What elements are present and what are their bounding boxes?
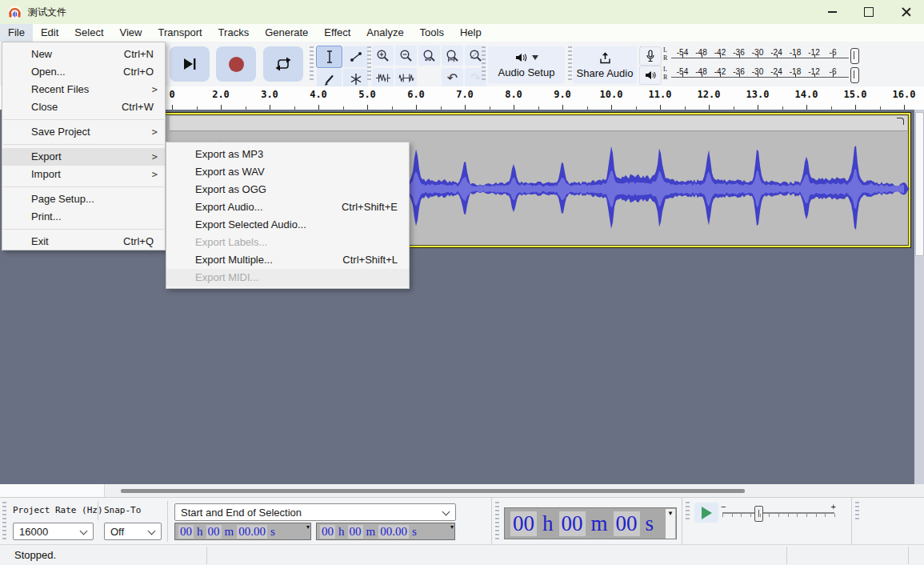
- project-rate-combo[interactable]: 16000: [13, 523, 94, 540]
- menu-item-export-multiple[interactable]: Export Multiple...Ctrl+Shift+L: [166, 251, 409, 269]
- file-menu: NewCtrl+NOpen...Ctrl+ORecent Files>Close…: [2, 42, 166, 250]
- menu-item-export-as-mp3[interactable]: Export as MP3: [166, 146, 409, 163]
- close-icon: [901, 7, 910, 17]
- dropdown-triangle-icon[interactable]: [666, 509, 675, 539]
- recording-meter[interactable]: LR-54-48-42-36-30-24-18-12-6: [639, 46, 871, 65]
- menu-item-export-as-wav[interactable]: Export as WAV: [166, 163, 409, 181]
- menu-item-exit[interactable]: ExitCtrl+Q: [2, 233, 165, 250]
- fit-project-icon: [446, 49, 460, 63]
- minimize-button[interactable]: [814, 0, 850, 24]
- toolbar-grip[interactable]: [855, 502, 859, 521]
- undo-button[interactable]: ↶: [442, 68, 463, 88]
- vertical-scrollbar-thumb[interactable]: [915, 112, 924, 256]
- menubar-item-tools[interactable]: Tools: [412, 24, 452, 42]
- time-unit: s: [412, 525, 417, 539]
- menu-item-save-project[interactable]: Save Project>: [2, 123, 165, 141]
- menubar-item-file[interactable]: File: [0, 24, 33, 42]
- selection-start-time[interactable]: 00h00m00.00s: [174, 523, 311, 540]
- chevron-down-icon: [148, 527, 156, 535]
- ruler-label: 12.0: [691, 89, 726, 100]
- share-audio-button[interactable]: Share Audio: [573, 46, 637, 84]
- ruler-label: 3.0: [252, 89, 287, 100]
- menubar-item-view[interactable]: View: [112, 24, 150, 42]
- menu-item-export-as-ogg[interactable]: Export as OGG: [166, 181, 409, 198]
- mic-icon[interactable]: [639, 46, 662, 66]
- clip-indicator[interactable]: [850, 48, 859, 64]
- ruler-label: 13.0: [740, 89, 775, 100]
- close-button[interactable]: [887, 0, 924, 24]
- meter-tick: [814, 54, 815, 58]
- fit-selection-button[interactable]: [418, 46, 440, 66]
- loop-button[interactable]: [263, 46, 303, 82]
- play-speed-grip[interactable]: [686, 502, 690, 521]
- menu-item-import[interactable]: Import>: [2, 166, 165, 183]
- zoom-out-button[interactable]: [395, 46, 417, 66]
- menu-item-recent-files[interactable]: Recent Files>: [2, 81, 165, 98]
- menu-item-print[interactable]: Print...: [2, 208, 165, 226]
- record-button[interactable]: [216, 46, 256, 82]
- menubar-item-transport[interactable]: Transport: [150, 24, 210, 42]
- zoom-in-button[interactable]: [372, 46, 394, 66]
- menu-item-export-audio[interactable]: Export Audio...Ctrl+Shift+E: [166, 198, 409, 216]
- selection-toolbar-grip[interactable]: [2, 502, 6, 542]
- ruler-label: 2.0: [203, 89, 238, 100]
- maximize-button[interactable]: [850, 0, 887, 24]
- menu-item-close[interactable]: CloseCtrl+W: [2, 98, 165, 116]
- vertical-scrollbar[interactable]: [914, 110, 924, 484]
- slider-tick: [825, 514, 826, 517]
- selection-end-time[interactable]: 00h00m00.00s: [316, 523, 455, 540]
- envelope-tool-button[interactable]: [342, 46, 369, 68]
- menu-item-page-setup[interactable]: Page Setup...: [2, 190, 165, 208]
- meter-tick: [758, 74, 758, 77]
- selection-mode-combo[interactable]: Start and End of Selection: [174, 503, 456, 521]
- share-audio-label: Share Audio: [577, 67, 634, 79]
- fit-project-button[interactable]: [442, 46, 463, 66]
- menubar-item-tracks[interactable]: Tracks: [210, 24, 258, 42]
- slider-thumb[interactable]: [754, 506, 763, 522]
- audio-setup-button[interactable]: Audio Setup: [488, 46, 565, 84]
- envelope-tool-icon: [349, 50, 363, 64]
- menubar-item-edit[interactable]: Edit: [33, 24, 66, 42]
- menu-item-export[interactable]: Export>: [2, 148, 165, 166]
- trim-audio-button[interactable]: [372, 68, 394, 88]
- meter-tick: [739, 54, 740, 58]
- clip-indicator[interactable]: [850, 67, 859, 83]
- skip-to-end-icon: [182, 58, 198, 70]
- menu-item-shortcut: Ctrl+Q: [123, 233, 154, 250]
- silence-audio-button[interactable]: [395, 68, 417, 88]
- zoom-in-icon: [376, 49, 390, 63]
- menubar-item-generate[interactable]: Generate: [257, 24, 316, 42]
- share-audio-grip[interactable]: [568, 46, 572, 82]
- menu-bar: FileEditSelectViewTransportTracksGenerat…: [0, 24, 924, 42]
- skip-to-end-button[interactable]: [170, 46, 210, 82]
- snap-to-combo[interactable]: Off: [104, 523, 162, 540]
- playback-speed-slider[interactable]: − +: [722, 505, 834, 521]
- menu-item-label: Export MIDI...: [195, 269, 258, 287]
- meter-tick: [702, 54, 702, 58]
- menu-item-export-labels: Export Labels...: [166, 234, 409, 251]
- menubar-item-select[interactable]: Select: [66, 24, 111, 42]
- clip-header[interactable]: [170, 116, 907, 131]
- slider-tick: [797, 514, 798, 517]
- horizontal-scrollbar[interactable]: [0, 484, 914, 497]
- speaker-icon[interactable]: [639, 66, 662, 85]
- time-digits: 00.00: [237, 525, 267, 539]
- menu-item-label: Export as MP3: [195, 146, 263, 163]
- edit-toolbar-grip[interactable]: [367, 46, 371, 82]
- playback-meter[interactable]: LR-54-48-42-36-30-24-18-12-6: [639, 66, 871, 84]
- audio-position-display[interactable]: 00h00m00s: [504, 507, 677, 539]
- menubar-item-analyze[interactable]: Analyze: [358, 24, 411, 42]
- horizontal-scrollbar-thumb[interactable]: [121, 489, 745, 493]
- menu-item-open[interactable]: Open...Ctrl+O: [2, 63, 165, 81]
- tools-toolbar-grip[interactable]: [310, 46, 314, 82]
- selection-tool-button[interactable]: [316, 46, 342, 68]
- menubar-item-help[interactable]: Help: [452, 24, 490, 42]
- audio-setup-grip[interactable]: [482, 46, 486, 82]
- menu-item-export-selected-audio[interactable]: Export Selected Audio...: [166, 216, 409, 234]
- redo-icon: ↷: [470, 72, 481, 85]
- time-toolbar-grip[interactable]: [495, 502, 499, 542]
- play-at-speed-button[interactable]: [694, 503, 718, 523]
- menu-item-label: Page Setup...: [31, 190, 94, 208]
- menubar-item-effect[interactable]: Effect: [316, 24, 358, 42]
- menu-item-new[interactable]: NewCtrl+N: [2, 46, 165, 63]
